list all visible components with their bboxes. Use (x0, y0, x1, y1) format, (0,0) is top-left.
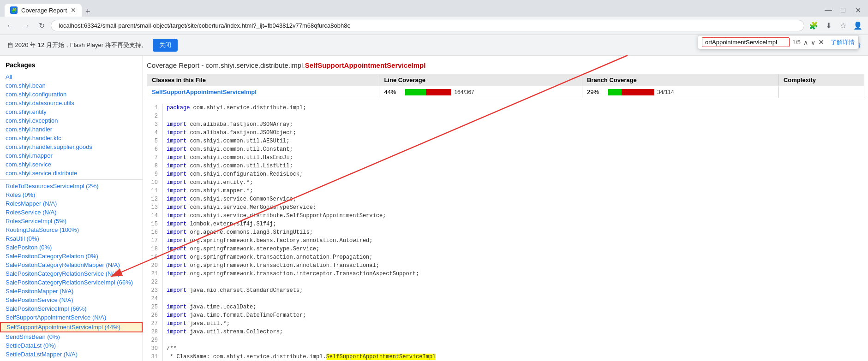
col-complexity: Complexity (778, 74, 864, 86)
sidebar-item[interactable]: RolesServiceImpl (5%) (0, 217, 143, 225)
minimize-button[interactable]: — (822, 4, 835, 17)
code-line: 7import com.shiyi.common.util.HasEmoJi; (147, 154, 864, 162)
extensions-button[interactable]: 🧩 (807, 19, 820, 32)
code-line: 16import org.apache.commons.lang3.String… (147, 228, 864, 237)
new-tab-button[interactable]: + (82, 7, 94, 17)
sidebar-item[interactable]: SalePositonCategoryRelationMapper (N/A) (0, 260, 143, 269)
sidebar-item[interactable]: com.shiyi.handler.kfc (0, 134, 143, 142)
class-name-link[interactable]: SelfSupportAppointmentServiceImpl (152, 89, 257, 95)
sidebar-item[interactable]: com.shiyi.datasource.utils (0, 99, 143, 107)
address-text: localhost:63342/small-parent/small-objec… (59, 22, 796, 29)
search-input[interactable] (702, 37, 790, 47)
search-prev-button[interactable]: ∧ (803, 39, 808, 46)
search-next-button[interactable]: ∨ (811, 39, 815, 46)
code-line: 4import com.alibaba.fastjson.JSONObject; (147, 129, 864, 137)
forward-button[interactable]: → (19, 19, 32, 32)
code-line: 25import java.time.LocalDate; (147, 303, 864, 311)
code-line: 12import com.shiyi.service.CommonService… (147, 195, 864, 203)
address-bar[interactable]: localhost:63342/small-parent/small-objec… (51, 20, 804, 31)
sidebar-item[interactable]: com.shiyi.mapper (0, 151, 143, 160)
sidebar-bottom-links: RoleToResourcesServiceImpl (2%)Roles (0%… (0, 182, 143, 359)
tab-favicon: 🧩 (10, 6, 18, 14)
sidebar-item[interactable]: SendSmsBean (0%) (0, 332, 143, 341)
sidebar-item[interactable]: com.shiyi.handler (0, 125, 143, 134)
sidebar-item[interactable]: SalePositonCategoryRelationService (N/A) (0, 269, 143, 278)
tab-close-button[interactable]: ✕ (71, 6, 76, 14)
search-count: 1/5 (792, 39, 801, 46)
flash-text: 自 2020 年 12 月开始，Flash Player 将不再受支持。 (7, 41, 147, 49)
line-coverage-bar (405, 89, 451, 95)
sidebar-item[interactable]: com.shiyi.entity (0, 107, 143, 116)
content-area: Coverage Report - com.shiyi.service.dist… (143, 56, 868, 361)
browser-actions: 🧩 ⬇ ☆ 👤 (807, 19, 864, 32)
maximize-button[interactable]: □ (837, 4, 850, 17)
branch-coverage-bar (608, 89, 654, 95)
code-line: 2 (147, 112, 864, 120)
sidebar-item[interactable]: com.shiyi.exception (0, 116, 143, 125)
sidebar-item[interactable]: SalePositon (0%) (0, 243, 143, 252)
search-close-button[interactable]: ✕ (818, 38, 824, 47)
code-line: 18import org.springframework.stereotype.… (147, 245, 864, 253)
code-line: 29 (147, 336, 864, 344)
sidebar: Packages Allcom.shiyi.beancom.shiyi.conf… (0, 56, 143, 361)
sidebar-item[interactable]: com.shiyi.configuration (0, 90, 143, 99)
flash-close-button[interactable]: 关闭 (153, 39, 178, 52)
code-line: 13import com.shiyi.service.MerGoodsTypeS… (147, 203, 864, 212)
col-line: Line Coverage (379, 74, 582, 86)
code-line: 17import org.springframework.beans.facto… (147, 237, 864, 245)
search-overlay: 1/5 ∧ ∨ ✕ 了解详情 (698, 35, 859, 49)
code-line: 31 * ClassName: com.shiyi.service.distri… (147, 353, 864, 361)
code-line: 19import org.springframework.transaction… (147, 253, 864, 261)
code-line: 6import com.shiyi.common.util.Constant; (147, 145, 864, 154)
nav-bar: ← → ↻ localhost:63342/small-parent/small… (0, 17, 868, 35)
sidebar-item[interactable]: SalePositonService (N/A) (0, 296, 143, 304)
code-line: 26import java.time.format.DateTimeFormat… (147, 311, 864, 320)
branch-coverage-cell: 29% 34/114 (587, 89, 774, 95)
code-line: 20import org.springframework.transaction… (147, 261, 864, 270)
sidebar-item[interactable]: SelfSupportAppointmentServiceImpl (44%) (0, 322, 143, 332)
sidebar-item[interactable]: SelfSupportAppointmentService (N/A) (0, 313, 143, 322)
sidebar-item[interactable]: SettleDataLst (0%) (0, 341, 143, 350)
close-window-button[interactable]: ✕ (851, 4, 864, 17)
sidebar-top-links: Allcom.shiyi.beancom.shiyi.configuration… (0, 72, 143, 178)
sidebar-item[interactable]: RoleToResourcesServiceImpl (2%) (0, 182, 143, 190)
tab-bar: 🧩 Coverage Report ✕ + — □ ✕ (0, 0, 868, 17)
code-line: 23import java.nio.charset.StandardCharse… (147, 286, 864, 295)
coverage-table: Classes in this File Line Coverage Branc… (147, 74, 864, 98)
sidebar-item[interactable]: SalePositonServiceImpl (66%) (0, 304, 143, 313)
code-line: 15import lombok.extern.slf4j.Slf4j; (147, 220, 864, 228)
sidebar-item[interactable]: RolesMapper (N/A) (0, 199, 143, 208)
download-button[interactable]: ⬇ (822, 19, 835, 32)
sidebar-item[interactable]: com.shiyi.service (0, 160, 143, 169)
page-title: Coverage Report - com.shiyi.service.dist… (147, 59, 864, 74)
code-line: 11import com.shiyi.mapper.*; (147, 187, 864, 195)
line-coverage-cell: 44% 164/367 (384, 89, 577, 95)
sidebar-item[interactable]: SalePositonCategoryRelation (0%) (0, 252, 143, 260)
table-row: SelfSupportAppointmentServiceImpl 44% 16… (147, 86, 864, 98)
code-line: 10import com.shiyi.entity.*; (147, 178, 864, 187)
main-content: Packages Allcom.shiyi.beancom.shiyi.conf… (0, 56, 868, 361)
code-line: 9import com.shiyi.configuration.RedisLoc… (147, 170, 864, 178)
col-branch: Branch Coverage (582, 74, 778, 86)
sidebar-item[interactable]: com.shiyi.handler.supplier.goods (0, 142, 143, 151)
sidebar-item[interactable]: SalePositonMapper (N/A) (0, 287, 143, 296)
sidebar-item[interactable]: All (0, 72, 143, 81)
sidebar-item[interactable]: SettleDataLstMapper (N/A) (0, 350, 143, 359)
code-line: 27import java.util.*; (147, 320, 864, 328)
sidebar-item[interactable]: RoutingDataSource (100%) (0, 225, 143, 234)
active-tab[interactable]: 🧩 Coverage Report ✕ (5, 4, 82, 17)
col-classes: Classes in this File (147, 74, 379, 86)
sidebar-item[interactable]: RsaUtil (0%) (0, 234, 143, 243)
back-button[interactable]: ← (4, 19, 17, 32)
refresh-button[interactable]: ↻ (35, 19, 48, 32)
profile-button[interactable]: 👤 (851, 19, 864, 32)
sidebar-item[interactable]: RolesService (N/A) (0, 208, 143, 217)
search-learn-more-link[interactable]: 了解详情 (831, 38, 855, 47)
sidebar-item[interactable]: Roles (0%) (0, 190, 143, 199)
sidebar-item[interactable]: com.shiyi.bean (0, 81, 143, 90)
sidebar-item[interactable]: SalePositonCategoryRelationServiceImpl (… (0, 278, 143, 287)
code-line: 3import com.alibaba.fastjson.JSONArray; (147, 120, 864, 129)
sidebar-item[interactable]: com.shiyi.service.distribute (0, 169, 143, 178)
favorites-button[interactable]: ☆ (837, 19, 850, 32)
code-line: 5import com.shiyi.common.util.AESUtil; (147, 137, 864, 145)
